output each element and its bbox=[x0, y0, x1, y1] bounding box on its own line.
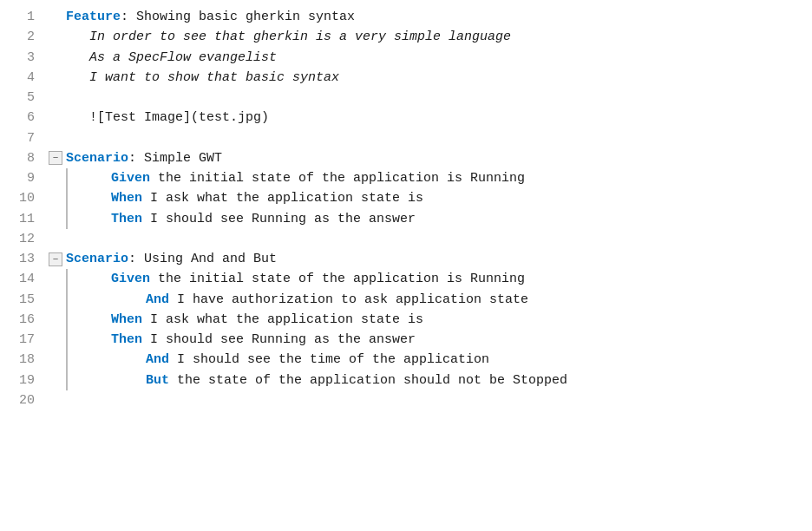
code-line: Then I should see Running as the answer bbox=[49, 330, 812, 350]
line-number: 7 bbox=[7, 128, 35, 148]
token-text-image: ![Test Image](test.jpg) bbox=[66, 108, 269, 128]
line-number: 14 bbox=[7, 269, 35, 289]
line-number: 6 bbox=[7, 108, 35, 128]
line-number: 18 bbox=[7, 350, 35, 370]
code-line: −Scenario: Using And and But bbox=[49, 249, 812, 269]
token-keyword-and: And bbox=[146, 290, 169, 310]
code-line bbox=[49, 88, 812, 108]
line-number: 9 bbox=[7, 168, 35, 188]
line-number: 17 bbox=[7, 330, 35, 350]
token-keyword-but: But bbox=[146, 370, 169, 390]
line-number: 10 bbox=[7, 188, 35, 208]
token-text-plain: I have authorization to ask application … bbox=[169, 290, 528, 310]
code-line: Given the initial state of the applicati… bbox=[49, 269, 812, 289]
token-text-plain: I should see the time of the application bbox=[169, 350, 489, 370]
line-number: 12 bbox=[7, 229, 35, 249]
token-keyword-then: Then bbox=[111, 209, 142, 229]
token-keyword-then: Then bbox=[111, 330, 142, 350]
token-keyword-scenario: Scenario bbox=[66, 148, 128, 168]
code-line: Given the initial state of the applicati… bbox=[49, 168, 812, 188]
token-text-plain: : Showing basic gherkin syntax bbox=[121, 7, 355, 27]
token-keyword-when: When bbox=[111, 310, 142, 330]
token-text-italic: I want to show that basic syntax bbox=[66, 68, 339, 88]
token-keyword-when: When bbox=[111, 188, 142, 208]
code-line: As a SpecFlow evangelist bbox=[49, 48, 812, 68]
line-number: 16 bbox=[7, 310, 35, 330]
token-text-plain: I should see Running as the answer bbox=[142, 330, 416, 350]
code-line bbox=[49, 229, 812, 249]
line-number: 20 bbox=[7, 390, 35, 410]
token-keyword-scenario: Scenario bbox=[66, 249, 128, 269]
line-number: 1 bbox=[7, 7, 35, 27]
code-line bbox=[49, 128, 812, 148]
line-number: 15 bbox=[7, 290, 35, 310]
code-line bbox=[49, 390, 812, 410]
gutter-bar bbox=[66, 209, 68, 229]
code-line: I want to show that basic syntax bbox=[49, 68, 812, 88]
gutter-bar bbox=[66, 290, 68, 310]
line-number: 11 bbox=[7, 209, 35, 229]
token-text-plain: the initial state of the application is … bbox=[150, 269, 525, 289]
line-number: 2 bbox=[7, 27, 35, 47]
gutter-bar bbox=[66, 330, 68, 350]
token-text-plain: : Simple GWT bbox=[128, 148, 222, 168]
line-numbers: 1234567891011121314151617181920 bbox=[0, 7, 42, 524]
code-line: −Scenario: Simple GWT bbox=[49, 148, 812, 168]
line-number: 8 bbox=[7, 148, 35, 168]
code-editor: 1234567891011121314151617181920 Feature:… bbox=[0, 0, 812, 531]
fold-button[interactable]: − bbox=[49, 252, 62, 266]
token-text-plain: I should see Running as the answer bbox=[142, 209, 416, 229]
gutter-bar bbox=[66, 168, 68, 188]
token-keyword-feature: Feature bbox=[66, 7, 121, 27]
code-line: And I should see the time of the applica… bbox=[49, 350, 812, 370]
code-line: Then I should see Running as the answer bbox=[49, 209, 812, 229]
token-keyword-given: Given bbox=[111, 269, 150, 289]
code-area: Feature: Showing basic gherkin syntax In… bbox=[42, 7, 812, 524]
token-text-italic: As a SpecFlow evangelist bbox=[66, 48, 277, 68]
line-number: 13 bbox=[7, 249, 35, 269]
token-text-italic: In order to see that gherkin is a very s… bbox=[66, 27, 511, 47]
code-line: But the state of the application should … bbox=[49, 370, 812, 390]
code-line: ![Test Image](test.jpg) bbox=[49, 108, 812, 128]
line-number: 3 bbox=[7, 48, 35, 68]
token-text-plain: the initial state of the application is … bbox=[150, 168, 525, 188]
line-number: 5 bbox=[7, 88, 35, 108]
gutter-bar bbox=[66, 310, 68, 330]
fold-button[interactable]: − bbox=[49, 151, 62, 165]
gutter-bar bbox=[66, 370, 68, 390]
gutter-bar bbox=[66, 350, 68, 370]
token-keyword-and: And bbox=[146, 350, 169, 370]
line-number: 4 bbox=[7, 68, 35, 88]
gutter-bar bbox=[66, 269, 68, 289]
token-keyword-given: Given bbox=[111, 168, 150, 188]
token-text-plain: I ask what the application state is bbox=[142, 310, 423, 330]
code-line: When I ask what the application state is bbox=[49, 310, 812, 330]
token-text-plain: I ask what the application state is bbox=[142, 188, 423, 208]
line-number: 19 bbox=[7, 370, 35, 390]
code-line: Feature: Showing basic gherkin syntax bbox=[49, 7, 812, 27]
gutter-bar bbox=[66, 188, 68, 208]
code-line: And I have authorization to ask applicat… bbox=[49, 290, 812, 310]
code-line: When I ask what the application state is bbox=[49, 188, 812, 208]
code-line: In order to see that gherkin is a very s… bbox=[49, 27, 812, 47]
token-text-plain: the state of the application should not … bbox=[169, 370, 567, 390]
token-text-plain: : Using And and But bbox=[128, 249, 277, 269]
